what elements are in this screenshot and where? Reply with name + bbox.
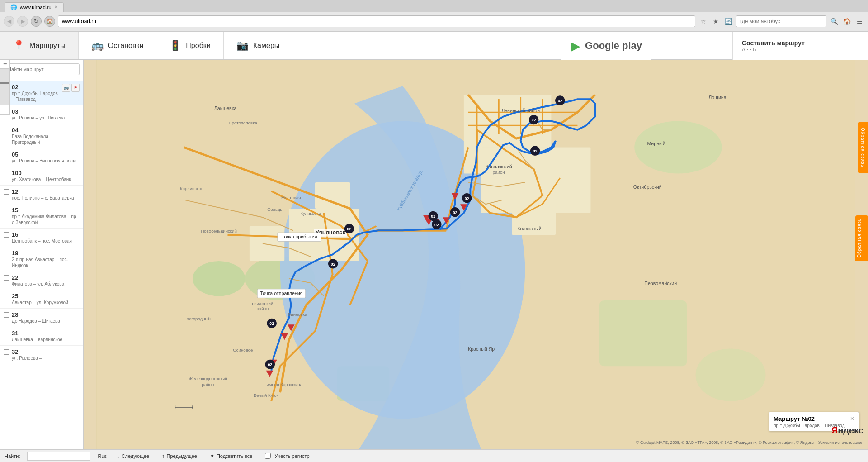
settings-icon[interactable]: 🏠: [842, 16, 852, 26]
svg-text:02: 02: [431, 214, 435, 219]
svg-text:02: 02: [347, 227, 352, 231]
nav-cameras[interactable]: 📷 Камеры: [224, 32, 293, 59]
register-checkbox[interactable]: [265, 453, 271, 459]
forward-btn[interactable]: ▶: [17, 16, 28, 27]
route-item[interactable]: 05ул. Репина – Винновская роща: [0, 148, 83, 167]
home-btn[interactable]: 🏠: [44, 16, 55, 27]
new-tab-btn[interactable]: +: [66, 3, 76, 12]
star-icon[interactable]: ★: [711, 16, 721, 26]
route-number: 28: [12, 311, 80, 318]
nav-stops[interactable]: 🚌 Остановки: [79, 32, 157, 59]
route-item[interactable]: 100ул. Хватикова – Центробанк: [0, 167, 83, 186]
svg-text:Колхозный: Колхозный: [517, 226, 541, 231]
route-item[interactable]: 192-я пр-ная Авиастар – пос. Индюок: [0, 247, 83, 271]
register-btn[interactable]: Учесть регистр: [262, 452, 312, 460]
svg-text:Пригородный: Пригородный: [184, 316, 211, 321]
route-desc: ул. Хватикова – Центробанк: [12, 176, 80, 182]
menu-icon[interactable]: ☰: [854, 16, 864, 26]
route-checkbox[interactable]: [4, 251, 9, 256]
svg-text:Ленинский район: Ленинский район: [501, 108, 540, 113]
route-checkbox[interactable]: [4, 128, 9, 133]
zoom-slider[interactable]: [0, 69, 10, 105]
route-number: 05: [12, 151, 80, 158]
route-checkbox[interactable]: [4, 232, 9, 238]
svg-text:Лощина: Лощина: [708, 95, 726, 100]
active-tab[interactable]: 🌐 www.ulroad.ru ✕: [5, 2, 64, 12]
zoom-out-btn[interactable]: −: [0, 60, 10, 69]
route-item[interactable]: 04База Водоканала – Пригородный: [0, 124, 83, 148]
svg-text:Куликовка: Куликовка: [300, 211, 321, 216]
route-checkbox[interactable]: [4, 331, 9, 336]
svg-text:район: район: [256, 306, 269, 311]
gplay-banner[interactable]: ▶ Google play: [561, 32, 651, 60]
next-btn[interactable]: ↓ Следующее: [114, 452, 152, 460]
back-btn[interactable]: ◀: [4, 16, 14, 27]
route-checkbox[interactable]: [4, 294, 9, 299]
find-input[interactable]: [27, 452, 90, 461]
route-checkbox[interactable]: [4, 208, 9, 213]
search-input[interactable]: [736, 15, 826, 27]
svg-text:Белый Ключ: Белый Ключ: [254, 393, 278, 398]
route-item[interactable]: 31Лаишевка – Карлинское: [0, 327, 83, 346]
svg-text:район: район: [202, 382, 214, 387]
svg-text:свияжский: свияжский: [252, 301, 273, 306]
prev-btn[interactable]: ↑ Предыдущее: [159, 452, 200, 460]
routes-icon: 📍: [13, 40, 25, 52]
route-item[interactable]: 02пр-т Дружбы Народов – Пивзавод🚌⚑: [0, 81, 83, 105]
svg-point-7: [696, 348, 766, 401]
address-input[interactable]: [58, 15, 695, 27]
route-item[interactable]: 15пр-т Академика Филатова – пр-д Заводск…: [0, 204, 83, 229]
route-number: 03: [12, 108, 80, 115]
route-checkbox[interactable]: [4, 275, 9, 281]
route-item[interactable]: 03ул. Репина – ул. Шигаева: [0, 105, 83, 124]
route-list: 02пр-т Дружбы Народов – Пивзавод🚌⚑03ул. …: [0, 79, 83, 449]
yandex-logo: Яндекс: [831, 425, 863, 436]
route-checkbox[interactable]: [4, 152, 9, 157]
svg-text:Заволжский: Заволжский: [486, 164, 512, 169]
route-number: 16: [12, 231, 80, 238]
route-bus-btn[interactable]: 🚌: [62, 84, 70, 92]
zoom-in-btn[interactable]: +: [0, 105, 10, 115]
tab-close-btn[interactable]: ✕: [54, 5, 58, 10]
search-go-icon[interactable]: 🔍: [829, 16, 839, 26]
route-item[interactable]: 25Авиастар – ул. Корунковой: [0, 290, 83, 309]
route-checkbox[interactable]: [4, 349, 9, 355]
feedback-side-tab[interactable]: Обратная связь: [858, 122, 868, 173]
nav-routes[interactable]: 📍 Маршруты: [0, 32, 79, 59]
top-nav: 📍 Маршруты 🚌 Остановки 🚦 Пробки 📷 Камеры…: [0, 32, 868, 60]
zoom-controls: − +: [0, 60, 10, 115]
nav-traffic[interactable]: 🚦 Пробки: [156, 32, 223, 59]
info-panel-close-btn[interactable]: ×: [850, 415, 854, 422]
route-item[interactable]: 28До Народов – Шигаева: [0, 309, 83, 327]
browser-toolbar: ◀ ▶ ↻ 🏠 ☆ ★ 🔄 🔍 🏠 ☰: [0, 12, 868, 31]
route-number: 32: [12, 348, 80, 355]
svg-text:02: 02: [465, 196, 469, 201]
route-desc: База Водоканала – Пригородный: [12, 133, 80, 145]
highlight-btn[interactable]: ✦ Подсветить все: [207, 452, 255, 460]
refresh-icon[interactable]: 🔄: [723, 16, 733, 26]
route-desc: пр-т Академика Филатова – пр-д Заводской: [12, 214, 80, 225]
route-checkbox[interactable]: [4, 312, 9, 318]
route-desc: До Народов – Шигаева: [12, 318, 80, 324]
route-checkbox[interactable]: [4, 189, 9, 195]
svg-point-5: [634, 121, 722, 173]
route-item[interactable]: 32ул. Рылеева –: [0, 346, 83, 364]
svg-text:Новосельдинский: Новосельдинский: [201, 229, 236, 233]
route-desc: ул. Рылеева –: [12, 355, 80, 361]
svg-text:02: 02: [532, 118, 536, 122]
route-item[interactable]: 22Филатова – ул. Аблукова: [0, 271, 83, 290]
find-label: Найти:: [5, 453, 20, 459]
route-flag-btn[interactable]: ⚑: [71, 84, 80, 92]
feedback-tab[interactable]: Обратная связь: [855, 215, 868, 261]
svg-rect-11: [315, 182, 350, 209]
route-search-input[interactable]: [4, 63, 80, 75]
route-item[interactable]: 16Центробанк – пос. Мостовая: [0, 229, 83, 247]
route-checkbox[interactable]: [4, 171, 9, 176]
svg-text:Октябрьский: Октябрьский: [633, 184, 662, 190]
map-container[interactable]: Ульяновск Лаишевка Протопоповка Карлинск…: [84, 60, 868, 449]
reload-btn[interactable]: ↻: [31, 16, 42, 27]
svg-rect-10: [250, 226, 284, 261]
route-number: 31: [12, 330, 80, 337]
route-item[interactable]: 12пос. Поливно – с. Баратаевка: [0, 186, 83, 204]
bookmark-icon[interactable]: ☆: [698, 16, 708, 26]
